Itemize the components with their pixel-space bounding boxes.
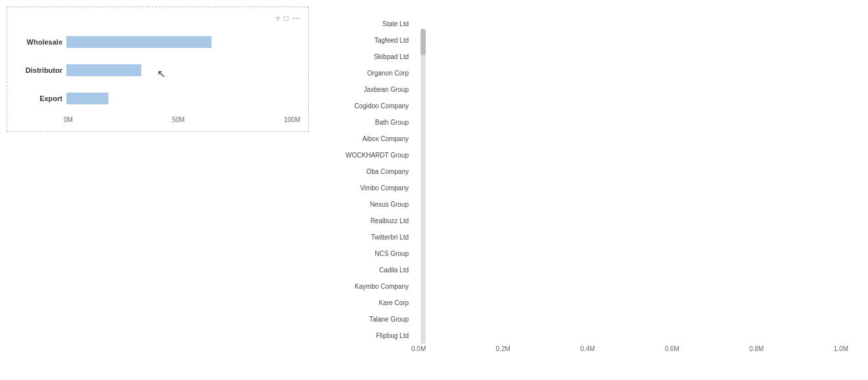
- right-bar-label: Tagfeed Ltd: [330, 37, 409, 44]
- right-bar-row: Aibox Company: [330, 133, 411, 146]
- right-bar-label: Kaymbo Company: [330, 283, 409, 290]
- expand-icon[interactable]: □: [284, 14, 288, 23]
- right-chart-body: State LtdTagfeed LtdSkibpad LtdOrganon C…: [329, 16, 418, 344]
- more-icon[interactable]: ⋯: [292, 14, 300, 23]
- right-bar-row: State Ltd: [330, 18, 411, 31]
- right-bar-label: Flipbug Ltd: [330, 332, 409, 339]
- right-bar-row: Oba Company: [330, 165, 411, 179]
- right-x-tick: 1.0M: [834, 345, 848, 352]
- right-x-tick: 0.0M: [411, 345, 426, 352]
- right-x-tick: 0.8M: [749, 345, 764, 352]
- left-bar-track: [66, 93, 300, 104]
- left-bar-track: [66, 36, 300, 48]
- left-bar-label: Wholesale: [18, 38, 62, 46]
- right-bar-row: NCS Group: [330, 247, 411, 261]
- right-bar-row: Vimbo Company: [330, 182, 411, 195]
- right-bar-label: Organon Corp: [330, 70, 409, 77]
- right-bar-label: Vimbo Company: [330, 184, 409, 192]
- right-bar-row: Cadila Ltd: [330, 264, 411, 277]
- left-bar-row: Wholesale: [18, 36, 300, 48]
- right-bar-row: Talane Group: [330, 313, 411, 326]
- left-x-tick: 100M: [284, 116, 300, 123]
- left-x-tick: 0M: [64, 116, 73, 123]
- right-bar-label: Kare Corp: [330, 299, 409, 306]
- filter-icon[interactable]: ▿: [276, 14, 280, 23]
- right-bars-area: State LtdTagfeed LtdSkibpad LtdOrganon C…: [330, 16, 418, 344]
- right-x-axis-ticks: 0.0M0.2M0.4M0.6M0.8M1.0M: [411, 345, 855, 352]
- left-x-axis: 0M50M100M: [15, 116, 300, 123]
- right-bar-label: Cadila Ltd: [330, 266, 409, 274]
- right-bar-row: Jaxbean Group: [330, 83, 411, 96]
- right-bar-label: Jaxbean Group: [330, 86, 409, 93]
- right-bar-label: Cogidoo Company: [330, 102, 409, 110]
- right-bar-label: Twitterbri Ltd: [330, 234, 409, 241]
- left-chart-toolbar: ▿ □ ⋯: [276, 14, 300, 23]
- right-bar-label: WOCKHARDT Group: [330, 152, 409, 159]
- left-chart: ▿ □ ⋯ WholesaleDistributorExport 0M50M10…: [7, 7, 309, 132]
- left-bar-row: Export: [18, 93, 300, 104]
- left-chart-header: ▿ □ ⋯: [15, 14, 300, 23]
- right-x-tick: 0.4M: [580, 345, 595, 352]
- right-bar-label: NCS Group: [330, 250, 409, 257]
- right-bar-row: Skibpad Ltd: [330, 51, 411, 64]
- right-bar-label: Aibox Company: [330, 135, 409, 142]
- right-bar-row: Organon Corp: [330, 67, 411, 80]
- right-bar-label: Realbuzz Ltd: [330, 217, 409, 224]
- right-bar-row: Cogidoo Company: [330, 100, 411, 113]
- right-bar-label: Oba Company: [330, 168, 409, 175]
- right-bar-label: Talane Group: [330, 316, 409, 323]
- right-x-tick: 0.2M: [496, 345, 511, 352]
- right-bar-row: Twitterbri Ltd: [330, 231, 411, 244]
- right-bar-row: Kare Corp: [330, 297, 411, 310]
- left-bar-label: Export: [18, 95, 62, 102]
- right-x-tick: 0.6M: [665, 345, 679, 352]
- left-x-tick: 50M: [172, 116, 185, 123]
- right-bar-row: Kaymbo Company: [330, 280, 411, 293]
- left-bar-area: WholesaleDistributorExport: [15, 28, 300, 114]
- right-chart: State LtdTagfeed LtdSkibpad LtdOrganon C…: [322, 7, 861, 359]
- right-bar-label: Nexus Group: [330, 201, 409, 208]
- right-bar-row: Realbuzz Ltd: [330, 215, 411, 228]
- right-bar-row: WOCKHARDT Group: [330, 149, 411, 162]
- left-bar-fill: [66, 36, 212, 48]
- left-bars-content: WholesaleDistributorExport: [18, 28, 300, 114]
- right-bar-row: Tagfeed Ltd: [330, 34, 411, 47]
- right-bar-row: Flipbug Ltd: [330, 329, 411, 343]
- right-bar-label: Bath Group: [330, 119, 409, 126]
- left-bar-fill: [66, 64, 141, 76]
- right-bar-row: Nexus Group: [330, 198, 411, 211]
- left-bar-fill: [66, 93, 108, 104]
- left-bar-track: [66, 64, 300, 76]
- right-bar-label: State Ltd: [330, 20, 409, 28]
- left-bar-label: Distributor: [18, 66, 62, 74]
- right-bar-row: Bath Group: [330, 116, 411, 129]
- left-bar-row: Distributor: [18, 64, 300, 76]
- right-bar-label: Skibpad Ltd: [330, 53, 409, 60]
- scrollbar-thumb[interactable]: [421, 29, 426, 55]
- scrollbar-track[interactable]: [421, 29, 426, 344]
